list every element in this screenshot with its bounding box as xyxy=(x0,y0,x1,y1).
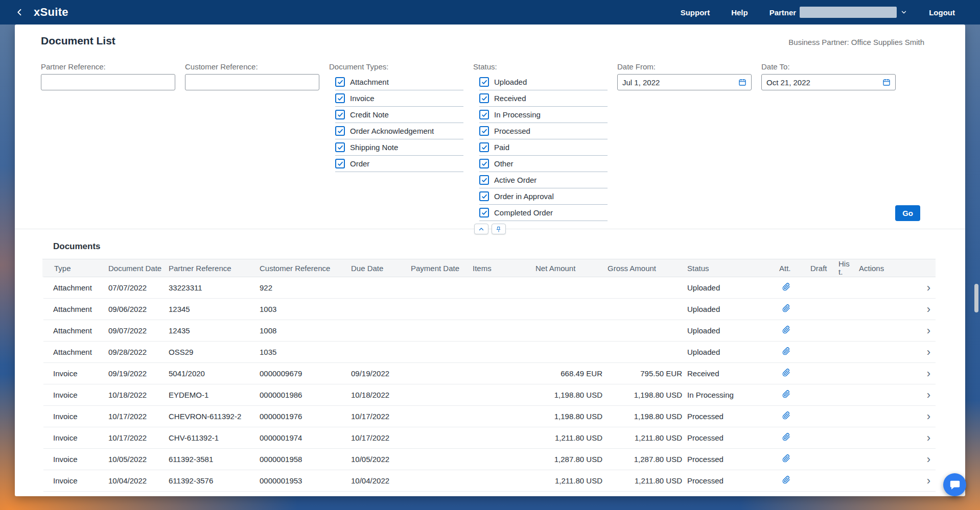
chevron-right-icon[interactable]: › xyxy=(927,388,930,401)
status-checkbox-item[interactable]: Active Order xyxy=(479,172,608,188)
nav-help-link[interactable]: Help xyxy=(731,8,748,17)
column-header-actions[interactable]: Actions xyxy=(859,259,936,277)
chevron-right-icon[interactable]: › xyxy=(927,281,930,294)
customer-reference-input[interactable] xyxy=(185,74,319,90)
go-button[interactable]: Go xyxy=(895,205,920,221)
paperclip-icon[interactable] xyxy=(779,283,790,291)
document-type-checkbox-item[interactable]: Shipping Note xyxy=(335,139,463,156)
checkbox-checked-icon[interactable] xyxy=(479,191,489,201)
table-row[interactable]: Invoice09/19/20225041/2020000000967909/1… xyxy=(42,363,936,384)
checkbox-checked-icon[interactable] xyxy=(335,126,345,136)
column-header-items[interactable]: Items xyxy=(473,259,535,277)
date-to-value[interactable] xyxy=(766,78,879,87)
date-from-input[interactable] xyxy=(617,74,752,90)
table-row[interactable]: Attachment09/07/2022124351008Uploaded› xyxy=(42,320,936,342)
checkbox-checked-icon[interactable] xyxy=(479,126,489,136)
scrollbar-thumb[interactable] xyxy=(974,284,978,312)
column-header-net-amount[interactable]: Net Amount xyxy=(535,259,608,277)
calendar-icon[interactable] xyxy=(738,78,746,86)
status-checkbox-item[interactable]: Processed xyxy=(479,123,608,139)
app-logo[interactable]: xSuite xyxy=(34,6,68,19)
chevron-right-icon[interactable]: › xyxy=(927,474,930,487)
collapse-filter-button[interactable] xyxy=(474,224,488,234)
column-header-customer-reference[interactable]: Customer Reference xyxy=(260,259,351,277)
paperclip-icon[interactable] xyxy=(779,347,790,355)
chevron-right-icon[interactable]: › xyxy=(927,324,930,337)
table-row[interactable]: Invoice10/04/2022611392-3576000000195310… xyxy=(42,470,936,492)
document-type-checkbox-item[interactable]: Order Acknowledgement xyxy=(335,123,463,139)
chevron-right-icon[interactable]: › xyxy=(927,346,930,358)
status-checkbox-item[interactable]: Other xyxy=(479,156,608,172)
table-row[interactable]: Invoice10/17/2022CHV-611392-100000019741… xyxy=(42,427,936,449)
document-type-checkbox-item[interactable]: Invoice xyxy=(335,90,463,107)
chat-bubble-button[interactable] xyxy=(943,473,966,496)
paperclip-icon[interactable] xyxy=(779,304,790,312)
status-checkbox-item[interactable]: Order in Approval xyxy=(479,188,608,205)
type-cell: Attachment xyxy=(42,320,108,342)
table-row[interactable]: Invoice10/05/2022611392-3581000000195810… xyxy=(42,449,936,470)
column-header-att[interactable]: Att. xyxy=(779,259,810,277)
checkbox-checked-icon[interactable] xyxy=(335,142,345,152)
items-cell xyxy=(473,406,535,427)
table-row[interactable]: Invoice10/18/2022EYDEMO-1000000198610/18… xyxy=(42,384,936,406)
checkbox-checked-icon[interactable] xyxy=(335,93,345,103)
checkbox-checked-icon[interactable] xyxy=(335,159,345,168)
date-to-input[interactable] xyxy=(761,74,896,90)
status-checkbox-item[interactable]: In Processing xyxy=(479,107,608,123)
chevron-right-icon[interactable]: › xyxy=(927,303,930,315)
paperclip-icon[interactable] xyxy=(779,326,790,334)
partner-dropdown[interactable]: Partner xyxy=(769,7,908,18)
partner-reference-cell: 12345 xyxy=(169,299,260,320)
paperclip-icon[interactable] xyxy=(779,411,790,420)
column-header-status[interactable]: Status xyxy=(687,259,779,277)
paperclip-icon[interactable] xyxy=(779,454,790,463)
document-type-checkbox-item[interactable]: Order xyxy=(335,156,463,172)
checkbox-checked-icon[interactable] xyxy=(479,93,489,103)
checkbox-checked-icon[interactable] xyxy=(479,175,489,185)
column-header-partner-reference[interactable]: Partner Reference xyxy=(169,259,260,277)
checkbox-checked-icon[interactable] xyxy=(335,77,345,87)
date-from-value[interactable] xyxy=(622,78,735,87)
checkbox-checked-icon[interactable] xyxy=(479,77,489,87)
column-header-draft[interactable]: Draft xyxy=(810,259,838,277)
chevron-right-icon[interactable]: › xyxy=(927,410,930,423)
column-header-document-date[interactable]: Document Date xyxy=(108,259,169,277)
table-row[interactable]: Attachment07/07/202233223311922Uploaded› xyxy=(42,277,936,299)
checkbox-checked-icon[interactable] xyxy=(479,110,489,119)
chevron-right-icon[interactable]: › xyxy=(927,453,930,466)
customer-reference-cell: 0000001986 xyxy=(260,384,351,406)
hist-cell xyxy=(838,363,859,384)
paperclip-icon[interactable] xyxy=(779,390,790,398)
column-header-due-date[interactable]: Due Date xyxy=(351,259,411,277)
calendar-icon[interactable] xyxy=(882,78,891,86)
chevron-right-icon[interactable]: › xyxy=(927,367,930,380)
partner-reference-input[interactable] xyxy=(41,74,175,90)
column-header-hist[interactable]: Hist. xyxy=(838,259,859,277)
table-row[interactable]: Attachment09/28/2022OSS291035Uploaded› xyxy=(42,342,936,363)
document-type-checkbox-item[interactable]: Attachment xyxy=(335,74,463,90)
document-type-checkbox-item[interactable]: Credit Note xyxy=(335,107,463,123)
nav-support-link[interactable]: Support xyxy=(681,8,710,17)
column-header-payment-date[interactable]: Payment Date xyxy=(411,259,473,277)
paperclip-icon[interactable] xyxy=(779,369,790,377)
table-row[interactable]: Attachment09/06/2022123451003Uploaded› xyxy=(42,299,936,320)
checkbox-checked-icon[interactable] xyxy=(479,159,489,168)
checkbox-checked-icon[interactable] xyxy=(479,142,489,152)
gross-amount-cell xyxy=(608,299,687,320)
table-row[interactable]: Invoice10/17/2022CHEVRON-611392-20000001… xyxy=(42,406,936,427)
back-icon[interactable] xyxy=(15,8,25,17)
chevron-right-icon[interactable]: › xyxy=(927,431,930,444)
status-checkbox-item[interactable]: Uploaded xyxy=(479,74,608,90)
payment-date-cell xyxy=(411,427,473,449)
paperclip-icon[interactable] xyxy=(779,433,790,441)
paperclip-icon[interactable] xyxy=(779,476,790,484)
status-checkbox-item[interactable]: Completed Order xyxy=(479,205,608,221)
status-checkbox-item[interactable]: Received xyxy=(479,90,608,107)
column-header-gross-amount[interactable]: Gross Amount xyxy=(608,259,687,277)
checkbox-checked-icon[interactable] xyxy=(479,208,489,217)
pin-filter-button[interactable] xyxy=(492,224,506,234)
status-checkbox-item[interactable]: Paid xyxy=(479,139,608,156)
column-header-type[interactable]: Type xyxy=(42,259,108,277)
nav-logout-link[interactable]: Logout xyxy=(929,8,955,17)
checkbox-checked-icon[interactable] xyxy=(335,110,345,119)
